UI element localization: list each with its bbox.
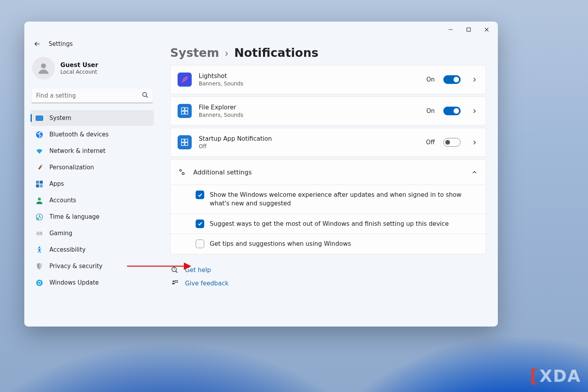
sidebar-item-accessibility[interactable]: Accessibility bbox=[31, 242, 154, 258]
accounts-icon bbox=[35, 196, 43, 204]
svg-rect-36 bbox=[185, 143, 188, 145]
check-row-suggest[interactable]: Suggest ways to get the most out of Wind… bbox=[171, 214, 486, 234]
breadcrumb-separator: › bbox=[225, 47, 229, 59]
sidebar-item-gaming[interactable]: Gaming bbox=[31, 225, 154, 241]
svg-line-39 bbox=[176, 271, 178, 272]
user-account-type: Local Account bbox=[60, 69, 98, 75]
breadcrumb-parent[interactable]: System bbox=[170, 46, 219, 60]
network-icon bbox=[35, 147, 43, 155]
svg-point-24 bbox=[40, 232, 41, 233]
chevron-right-icon bbox=[470, 109, 479, 114]
additional-settings-title: Additional settings bbox=[193, 169, 461, 176]
sidebar-item-system[interactable]: System bbox=[31, 110, 154, 126]
checkbox[interactable] bbox=[196, 240, 204, 248]
sidebar-item-label: Apps bbox=[49, 180, 64, 187]
notifications-toggle[interactable] bbox=[443, 107, 461, 115]
sidebar-item-update[interactable]: Windows Update bbox=[31, 275, 154, 290]
sidebar-item-bluetooth[interactable]: Bluetooth & devices bbox=[31, 127, 154, 142]
svg-point-21 bbox=[36, 217, 39, 220]
personalization-icon bbox=[35, 163, 43, 171]
sidebar: Settings Guest User Local Account System… bbox=[24, 37, 158, 327]
sidebar-item-label: Bluetooth & devices bbox=[49, 131, 109, 138]
user-name: Guest User bbox=[60, 62, 98, 69]
checkbox[interactable] bbox=[196, 191, 204, 199]
close-button[interactable] bbox=[477, 23, 495, 36]
user-profile[interactable]: Guest User Local Account bbox=[31, 54, 154, 88]
maximize-button[interactable] bbox=[459, 23, 477, 36]
notification-app-lightshot[interactable]: LightshotBanners, SoundsOn bbox=[170, 65, 486, 94]
minimize-button[interactable] bbox=[441, 23, 459, 36]
time-icon bbox=[35, 213, 43, 221]
main-content: System › Notifications LightshotBanners,… bbox=[158, 37, 498, 327]
svg-rect-34 bbox=[185, 139, 188, 142]
search-input[interactable] bbox=[31, 88, 153, 103]
sidebar-item-label: System bbox=[49, 114, 71, 122]
app-subtitle: Banners, Sounds bbox=[199, 112, 419, 118]
file-explorer-app-icon bbox=[178, 104, 192, 118]
settings-window: Settings Guest User Local Account System… bbox=[24, 22, 498, 327]
sidebar-item-label: Network & internet bbox=[49, 147, 105, 154]
app-title: File Explorer bbox=[199, 104, 419, 111]
sidebar-item-apps[interactable]: Apps bbox=[31, 176, 154, 192]
feedback-icon bbox=[171, 279, 179, 287]
search-box[interactable] bbox=[31, 88, 153, 103]
sidebar-nav: SystemBluetooth & devicesNetwork & inter… bbox=[31, 110, 154, 290]
svg-point-27 bbox=[36, 279, 42, 286]
app-title: Startup App Notification bbox=[199, 135, 419, 143]
app-subtitle: Off bbox=[199, 143, 419, 149]
chevron-up-icon bbox=[470, 170, 479, 175]
get-help-link[interactable]: Get help bbox=[185, 267, 211, 274]
notifications-toggle[interactable] bbox=[443, 138, 461, 147]
svg-text:?: ? bbox=[173, 267, 175, 271]
svg-rect-22 bbox=[36, 231, 42, 235]
svg-rect-30 bbox=[185, 108, 188, 111]
checkbox-label: Suggest ways to get the most out of Wind… bbox=[210, 220, 449, 228]
sidebar-item-label: Personalization bbox=[49, 164, 94, 171]
svg-point-17 bbox=[38, 197, 41, 200]
sidebar-item-personalization[interactable]: Personalization bbox=[31, 160, 154, 175]
back-button[interactable] bbox=[33, 40, 42, 48]
notification-app-startup[interactable]: Startup App NotificationOffOff bbox=[170, 128, 486, 157]
svg-point-5 bbox=[41, 64, 46, 69]
notifications-toggle[interactable] bbox=[443, 75, 461, 84]
accessibility-icon bbox=[35, 246, 43, 254]
svg-line-7 bbox=[146, 96, 148, 98]
svg-rect-41 bbox=[175, 281, 178, 283]
apps-icon bbox=[35, 180, 43, 188]
gaming-icon bbox=[35, 229, 43, 237]
gears-icon bbox=[178, 168, 186, 176]
chevron-right-icon bbox=[470, 77, 479, 82]
svg-rect-13 bbox=[36, 180, 39, 183]
toggle-state-label: On bbox=[426, 107, 435, 114]
svg-point-6 bbox=[143, 93, 147, 96]
bluetooth-icon bbox=[35, 131, 43, 138]
sidebar-item-time[interactable]: Time & language bbox=[31, 209, 154, 225]
svg-rect-15 bbox=[36, 184, 39, 187]
avatar bbox=[32, 57, 55, 80]
give-feedback-link[interactable]: Give feedback bbox=[185, 280, 229, 287]
startup-app-icon bbox=[178, 135, 192, 149]
sidebar-item-network[interactable]: Network & internet bbox=[31, 143, 154, 159]
svg-rect-35 bbox=[181, 143, 184, 145]
sidebar-item-label: Gaming bbox=[49, 230, 73, 237]
additional-settings-header[interactable]: Additional settings bbox=[171, 160, 486, 185]
svg-rect-29 bbox=[181, 108, 184, 111]
give-feedback-row[interactable]: Give feedback bbox=[171, 279, 486, 287]
system-icon bbox=[35, 114, 43, 122]
notification-app-file-explorer[interactable]: File ExplorerBanners, SoundsOn bbox=[170, 96, 486, 125]
sidebar-item-privacy[interactable]: Privacy & security bbox=[31, 258, 154, 274]
search-icon bbox=[142, 92, 148, 100]
sidebar-item-label: Windows Update bbox=[49, 279, 99, 286]
app-title: Settings bbox=[49, 40, 73, 47]
checkbox[interactable] bbox=[196, 220, 204, 228]
chevron-right-icon bbox=[470, 140, 479, 145]
svg-rect-14 bbox=[40, 180, 43, 183]
get-help-row[interactable]: ? Get help bbox=[171, 266, 486, 274]
svg-point-23 bbox=[37, 233, 38, 234]
lightshot-app-icon bbox=[178, 73, 192, 87]
update-icon bbox=[35, 279, 43, 287]
checkbox-label: Show the Windows welcome experience afte… bbox=[210, 191, 478, 208]
sidebar-item-accounts[interactable]: Accounts bbox=[31, 192, 154, 208]
check-row-welcome[interactable]: Show the Windows welcome experience afte… bbox=[171, 185, 486, 214]
check-row-tips[interactable]: Get tips and suggestions when using Wind… bbox=[171, 234, 486, 254]
